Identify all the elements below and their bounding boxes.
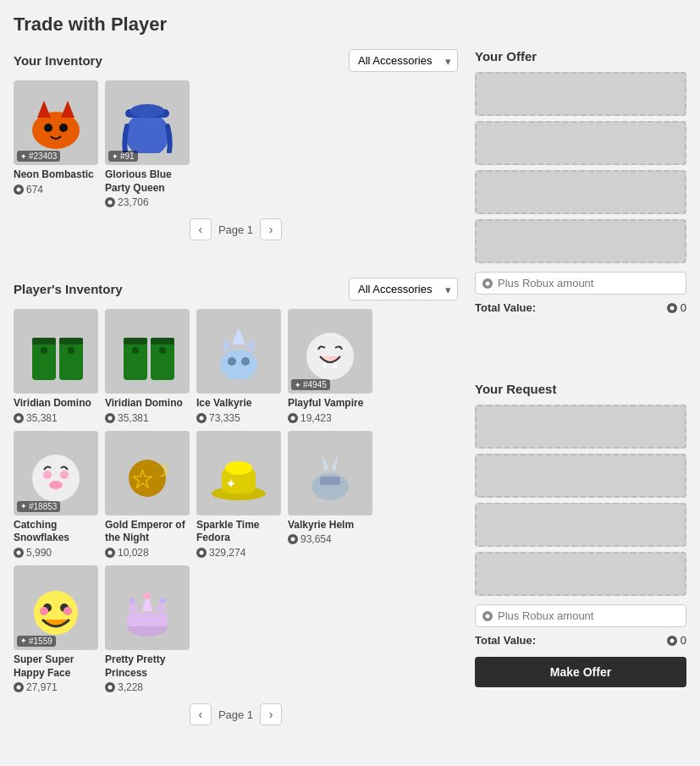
item-value-glorious-blue: 23,706: [105, 196, 190, 208]
svg-rect-63: [320, 477, 340, 485]
robux-icon: [288, 413, 298, 423]
svg-text:☆: ☆: [130, 464, 155, 494]
your-request-robux-wrapper[interactable]: [475, 604, 686, 627]
robux-icon: [105, 197, 115, 207]
inventory-item-pretty-princess[interactable]: ✦ Pretty Pretty Princess 3,228: [105, 565, 190, 693]
robux-icon: [196, 413, 207, 423]
item-name-super-happy-face: Super Super Happy Face: [14, 653, 98, 680]
inventory-item-viridian-domino-2[interactable]: Viridian Domino 35,381: [105, 309, 190, 424]
item-name-viridian-2: Viridian Domino: [105, 397, 190, 411]
your-inventory-pagination: ‹ Page 1 ›: [14, 218, 458, 240]
your-request-slots: [475, 405, 686, 596]
section-gap: [14, 254, 458, 278]
inventory-item-sparkle-fedora[interactable]: ✦ Sparkle Time Fedora 329,274: [196, 431, 281, 559]
your-offer-total-label: Total Value:: [475, 301, 536, 314]
item-badge-playful-vampire: ✦ #4945: [291, 379, 330, 390]
inventory-item-playful-vampire[interactable]: ✦ #4945 Playful Vampire 19,423: [288, 309, 372, 424]
svg-point-67: [40, 607, 48, 615]
your-offer-section: Your Offer Total Value: 0: [475, 49, 686, 314]
robux-icon: [105, 548, 115, 558]
your-offer-total-row: Total Value: 0: [475, 301, 686, 314]
item-name-sparkle-fedora: Sparkle Time Fedora: [196, 519, 281, 545]
svg-text:✦: ✦: [225, 477, 236, 491]
item-name-glorious-blue: Glorious Blue Party Queen: [105, 168, 190, 195]
right-panel-divider: [475, 314, 686, 331]
item-badge-glorious-blue: ✦ #91: [108, 151, 138, 162]
robux-icon-request: [482, 611, 493, 621]
svg-marker-62: [332, 455, 339, 471]
robux-icon: [14, 682, 24, 692]
svg-point-75: [130, 598, 135, 603]
svg-point-74: [144, 592, 151, 599]
players-inventory-pagination: ‹ Page 1 ›: [14, 703, 458, 725]
svg-marker-61: [322, 455, 328, 471]
your-offer-slot-4[interactable]: [475, 219, 686, 263]
robux-icon: [14, 548, 24, 558]
your-inventory-prev-btn[interactable]: ‹: [190, 218, 212, 240]
item-name-pretty-princess: Pretty Pretty Princess: [105, 653, 190, 680]
your-request-total-amount: 0: [667, 634, 686, 647]
your-inventory-page-label: Page 1: [218, 223, 253, 236]
inventory-item-super-happy-face[interactable]: ✦ #1559 Super Super Happy Face 27,971: [14, 565, 98, 693]
item-badge-catching-snowflakes: ✦ #18853: [17, 501, 60, 512]
svg-point-68: [63, 607, 72, 615]
your-inventory-dropdown-wrapper[interactable]: All Accessories: [349, 49, 458, 72]
item-thumb-glorious-blue: ✦ #91: [105, 80, 190, 165]
item-name-ice-valkyrie: Ice Valkyrie: [196, 397, 281, 411]
item-name-valkyrie-helm: Valkyrie Helm: [288, 519, 372, 532]
your-offer-title: Your Offer: [475, 49, 686, 63]
your-inventory-next-btn[interactable]: ›: [260, 218, 282, 240]
your-request-robux-input[interactable]: [498, 609, 679, 622]
svg-text:☽: ☽: [154, 461, 169, 480]
your-inventory-header: Your Inventory All Accessories: [14, 49, 458, 72]
robux-icon: [14, 413, 24, 423]
item-badge-neon-bombastic: ✦ #23403: [17, 151, 60, 162]
inventory-item-ice-valkyrie[interactable]: Ice Valkyrie 73,335: [196, 309, 281, 424]
inventory-item-neon-bombastic[interactable]: ✦ #23403 Neon Bombastic 674: [14, 80, 98, 208]
robux-icon-total: [667, 303, 677, 313]
your-offer-robux-input[interactable]: [498, 277, 679, 289]
svg-point-58: [225, 461, 252, 475]
item-name-catching-snowflakes: Catching Snowflakes: [14, 519, 98, 545]
inventory-item-catching-snowflakes[interactable]: ✦ #18853 Catching Snowflakes 5,990: [14, 431, 98, 559]
inventory-item-valkyrie-helm[interactable]: Valkyrie Helm 93,654: [288, 431, 372, 559]
inventory-item-glorious-blue[interactable]: ✦ #91 Glorious Blue Party Queen 23,706: [105, 80, 190, 208]
your-request-total-label: Total Value:: [475, 634, 536, 647]
left-panel: Your Inventory All Accessories ✦ #23403: [14, 49, 458, 739]
players-inventory-dropdown-wrapper[interactable]: All Accessories: [349, 278, 458, 300]
your-inventory-title: Your Inventory: [14, 53, 102, 68]
make-offer-button[interactable]: Make Offer: [475, 657, 686, 687]
robux-icon: [14, 185, 24, 195]
players-inventory-title: Player's Inventory: [14, 282, 123, 296]
robux-icon: [288, 534, 298, 544]
robux-icon: [105, 413, 115, 423]
your-request-slot-1[interactable]: [475, 405, 686, 449]
your-offer-total-amount: 0: [667, 301, 686, 314]
item-name-viridian-1: Viridian Domino: [14, 397, 98, 411]
your-request-title: Your Request: [475, 382, 686, 396]
your-inventory-dropdown[interactable]: All Accessories: [349, 49, 458, 72]
your-request-slot-4[interactable]: [475, 552, 686, 596]
your-offer-slot-1[interactable]: [475, 72, 686, 116]
spacer: [475, 331, 686, 382]
players-inventory-dropdown[interactable]: All Accessories: [349, 278, 458, 300]
inventory-item-viridian-domino-1[interactable]: Viridian Domino 35,381: [14, 309, 98, 424]
inventory-item-gold-emperor[interactable]: ☆ ☽ Gold Emperor of the Night 10,028: [105, 431, 190, 559]
your-request-total-row: Total Value: 0: [475, 634, 686, 647]
your-offer-robux-wrapper[interactable]: [475, 272, 686, 295]
right-panel: Your Offer Total Value: 0: [475, 49, 686, 739]
robux-icon: [105, 682, 115, 692]
your-request-slot-2[interactable]: [475, 454, 686, 498]
your-offer-slot-2[interactable]: [475, 121, 686, 165]
players-inventory-header: Player's Inventory All Accessories: [14, 278, 458, 300]
players-inventory-next-btn[interactable]: ›: [260, 703, 282, 725]
your-request-slot-3[interactable]: [475, 503, 686, 547]
item-name-playful-vampire: Playful Vampire: [288, 397, 372, 411]
your-offer-slot-3[interactable]: [475, 170, 686, 214]
robux-icon-offer: [482, 278, 493, 289]
item-badge-super-happy: ✦ #1559: [17, 636, 56, 647]
players-inventory-prev-btn[interactable]: ‹: [190, 703, 212, 725]
svg-point-76: [160, 598, 165, 603]
robux-icon-request-total: [667, 636, 677, 646]
your-request-section: Your Request Total Value: 0 Make Offer: [475, 382, 686, 687]
